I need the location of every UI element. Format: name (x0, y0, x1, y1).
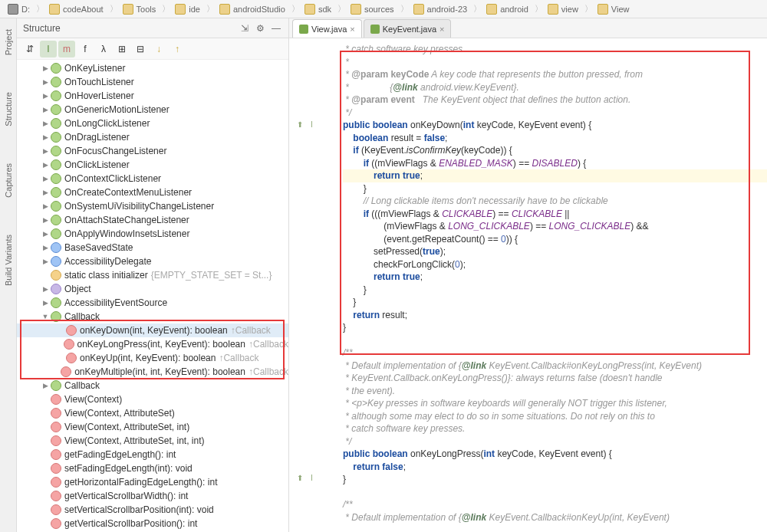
autoscroll-source-button[interactable]: ↑ (169, 41, 186, 57)
tree-arrow-icon[interactable]: ▶ (41, 92, 49, 100)
tree-item[interactable]: ▶Object (17, 282, 288, 296)
tree-item[interactable]: getVerticalScrollbarWidth(): int (17, 489, 288, 503)
interface-icon (51, 228, 61, 239)
impl-gutter-icon[interactable]: I (311, 119, 313, 132)
tree-arrow-icon[interactable]: ▶ (41, 258, 49, 265)
tree-item[interactable]: ▶OnDragListener (17, 130, 288, 144)
tree-item[interactable]: View(Context, AttributeSet, int) (17, 420, 288, 434)
breadcrumb-item[interactable]: codeAbout (46, 2, 107, 16)
tree-item[interactable]: ▶OnContextClickListener (17, 172, 288, 186)
override-gutter-icon[interactable]: ⬆ (297, 119, 303, 132)
tree-item[interactable]: ▶OnHoverListener (17, 89, 288, 103)
breadcrumb-item[interactable]: android (483, 2, 532, 16)
tree-item[interactable]: ▶OnClickListener (17, 158, 288, 172)
tree-arrow-icon[interactable]: ▶ (41, 64, 49, 72)
tree-item[interactable]: ▶OnAttachStateChangeListener (17, 213, 288, 227)
breadcrumb-item[interactable]: sdk (301, 2, 334, 16)
tree-item[interactable]: setVerticalScrollbarPosition(int): void (17, 503, 288, 517)
tree-item[interactable]: ▶OnSystemUiVisibilityChangeListener (17, 199, 288, 213)
tree-item[interactable]: onKeyDown(int, KeyEvent): boolean↑Callba… (17, 323, 288, 337)
code-editor[interactable]: ⬆ I ⬆ I * catch software key presses. * … (289, 38, 767, 532)
tree-arrow-icon[interactable]: ▶ (41, 175, 49, 182)
impl-gutter-icon[interactable]: I (311, 472, 313, 485)
tree-arrow-icon[interactable]: ▼ (41, 313, 49, 320)
show-inherited-button[interactable]: λ (95, 41, 112, 57)
folder-icon (486, 4, 497, 15)
tree-item[interactable]: ▶OnFocusChangeListener (17, 144, 288, 158)
filter-interface-button[interactable]: I (40, 41, 57, 57)
tree-item[interactable]: ▶OnLongClickListener (17, 117, 288, 130)
tree-item[interactable]: getHorizontalFadingEdgeLength(): int (17, 475, 288, 489)
close-icon[interactable]: × (350, 25, 354, 34)
override-gutter-icon[interactable]: ⬆ (297, 472, 303, 485)
collapse-all-button[interactable]: ⊟ (132, 41, 149, 57)
tree-item[interactable]: ▶AccessibilityDelegate (17, 255, 288, 268)
tree-arrow-icon[interactable]: ▶ (41, 299, 49, 307)
sidebar-tab-structure[interactable]: Structure (2, 89, 15, 130)
tree-arrow-icon[interactable]: ▶ (41, 106, 49, 113)
tree-item[interactable]: View(Context) (17, 392, 288, 406)
interface-icon (51, 63, 61, 74)
tree-arrow-icon[interactable]: ▶ (41, 120, 49, 127)
autoscroll-button[interactable]: ↓ (150, 41, 167, 57)
breadcrumb-item[interactable]: D: (5, 2, 33, 16)
tree-item[interactable]: onKeyUp(int, KeyEvent): boolean↑Callback (17, 351, 288, 365)
filter-method-button[interactable]: m (58, 41, 75, 57)
sidebar-tab-build-variants[interactable]: Build Variants (2, 232, 15, 289)
tree-item[interactable]: ▶AccessibilityEventSource (17, 296, 288, 310)
hide-icon[interactable]: — (272, 23, 282, 34)
tree-arrow-icon[interactable]: ▶ (41, 216, 49, 224)
tree-item[interactable]: ▶Callback (17, 379, 288, 392)
show-fields-button[interactable]: f (77, 41, 94, 57)
tree-arrow-icon[interactable]: ▶ (41, 133, 49, 141)
collapse-icon[interactable]: ⇲ (241, 23, 252, 34)
gear-icon[interactable]: ⚙ (256, 23, 267, 34)
tree-arrow-icon[interactable]: ▶ (41, 78, 49, 86)
structure-tree[interactable]: ▶OnKeyListener▶OnTouchListener▶OnHoverLi… (17, 60, 288, 532)
tree-item[interactable]: ▶OnApplyWindowInsetsListener (17, 227, 288, 241)
tree-item[interactable]: onKeyMultiple(int, int, KeyEvent): boole… (17, 365, 288, 379)
tree-arrow-icon[interactable]: ▶ (41, 244, 49, 251)
breadcrumb-item[interactable]: view (545, 2, 581, 16)
sort-alpha-button[interactable]: ⇵ (21, 41, 38, 57)
tree-item[interactable]: ▶OnTouchListener (17, 75, 288, 89)
code-line: return result; (343, 309, 767, 322)
sidebar-tab-project[interactable]: Project (2, 26, 15, 58)
breadcrumb-item[interactable]: Tools (120, 2, 160, 16)
tree-item[interactable]: static class initializer{EMPTY_STATE_SET… (17, 268, 288, 282)
breadcrumb-item[interactable]: sources (347, 2, 397, 16)
editor-tab[interactable]: View.java× (292, 19, 362, 38)
tree-item[interactable]: ▼Callback (17, 310, 288, 323)
tree-arrow-icon[interactable]: ▶ (41, 382, 49, 389)
breadcrumb-item[interactable]: android-23 (410, 2, 471, 16)
expand-all-button[interactable]: ⊞ (114, 41, 130, 57)
tree-label: static class initializer (64, 270, 148, 281)
tree-item[interactable]: onKeyLongPress(int, KeyEvent): boolean↑C… (17, 337, 288, 351)
code-line: setPressed(true); (343, 245, 767, 258)
breadcrumb-item[interactable]: ide (172, 2, 203, 16)
tree-item[interactable]: ▶BaseSavedState (17, 241, 288, 255)
tree-item[interactable]: ▶OnGenericMotionListener (17, 103, 288, 117)
tree-item[interactable]: View(Context, AttributeSet) (17, 406, 288, 420)
sidebar-tab-captures[interactable]: Captures (2, 160, 15, 201)
tree-arrow-icon[interactable]: ▶ (41, 230, 49, 238)
tree-item[interactable]: View(Context, AttributeSet, int, int) (17, 434, 288, 448)
close-icon[interactable]: × (439, 25, 444, 34)
tree-item[interactable]: ▶OnKeyListener (17, 61, 288, 75)
code-line: * although some may elect to do so in so… (343, 410, 767, 423)
tree-label: Callback (64, 380, 100, 391)
tree-hint: ↑Callback (249, 366, 288, 377)
class-icon (51, 256, 61, 267)
editor-tab[interactable]: KeyEvent.java× (364, 19, 452, 38)
breadcrumb-item[interactable]: androidStudio (216, 2, 288, 16)
tree-arrow-icon[interactable]: ▶ (41, 202, 49, 210)
tree-item[interactable]: getFadingEdgeLength(): int (17, 448, 288, 461)
tree-arrow-icon[interactable]: ▶ (41, 285, 49, 293)
breadcrumb-item[interactable]: View (594, 2, 633, 16)
tree-arrow-icon[interactable]: ▶ (41, 189, 49, 196)
tree-arrow-icon[interactable]: ▶ (41, 147, 49, 155)
tree-item[interactable]: getVerticalScrollbarPosition(): int (17, 517, 288, 530)
tree-arrow-icon[interactable]: ▶ (41, 161, 49, 169)
tree-item[interactable]: ▶OnCreateContextMenuListener (17, 186, 288, 199)
tree-item[interactable]: setFadingEdgeLength(int): void (17, 461, 288, 475)
